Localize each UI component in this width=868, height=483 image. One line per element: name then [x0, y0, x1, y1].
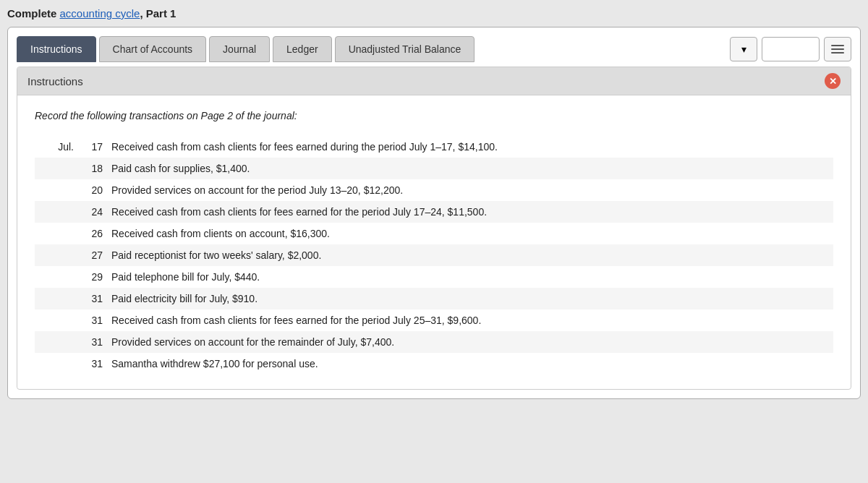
main-container: InstructionsChart of AccountsJournalLedg…: [7, 27, 861, 399]
table-row: Jul.17Received cash from cash clients fo…: [35, 136, 833, 158]
transaction-day: 29: [78, 266, 107, 288]
transaction-description: Provided services on account for the per…: [107, 179, 833, 201]
tab-controls: ▾: [730, 37, 851, 61]
tab-unadjusted-trial-balance[interactable]: Unadjusted Trial Balance: [335, 36, 475, 62]
transaction-description: Received cash from cash clients for fees…: [107, 309, 833, 331]
transaction-description: Paid electricity bill for July, $910.: [107, 288, 833, 309]
instructions-panel: Instructions ✕ Record the following tran…: [17, 67, 851, 390]
transaction-description: Samantha withdrew $27,100 for personal u…: [107, 353, 833, 375]
transaction-description: Paid telephone bill for July, $440.: [107, 266, 833, 288]
transaction-day: 18: [78, 158, 107, 179]
table-row: 31Received cash from cash clients for fe…: [35, 309, 833, 331]
transaction-month: Jul.: [35, 136, 78, 158]
instructions-panel-header: Instructions ✕: [17, 67, 851, 95]
transaction-month: [35, 201, 78, 223]
transaction-month: [35, 223, 78, 244]
transaction-day: 26: [78, 223, 107, 244]
transaction-description: Paid receptionist for two weeks' salary,…: [107, 244, 833, 266]
transaction-day: 31: [78, 309, 107, 331]
transaction-month: [35, 288, 78, 309]
transaction-month: [35, 266, 78, 288]
chevron-down-icon: ▾: [741, 43, 746, 55]
table-row: 27Paid receptionist for two weeks' salar…: [35, 244, 833, 266]
transaction-description: Received cash from clients on account, $…: [107, 223, 833, 244]
transaction-day: 24: [78, 201, 107, 223]
transaction-month: [35, 309, 78, 331]
transaction-description: Paid cash for supplies, $1,400.: [107, 158, 833, 179]
transaction-day: 31: [78, 331, 107, 353]
page-title: Complete accounting cycle, Part 1: [7, 7, 861, 20]
table-row: 20Provided services on account for the p…: [35, 179, 833, 201]
transaction-description: Received cash from cash clients for fees…: [107, 136, 833, 158]
tab-bar: InstructionsChart of AccountsJournalLedg…: [17, 36, 851, 62]
instructions-panel-title: Instructions: [27, 75, 83, 87]
table-row: 31Paid electricity bill for July, $910.: [35, 288, 833, 309]
transaction-month: [35, 244, 78, 266]
table-row: 24Received cash from cash clients for fe…: [35, 201, 833, 223]
transaction-month: [35, 179, 78, 201]
transaction-month: [35, 331, 78, 353]
table-row: 18Paid cash for supplies, $1,400.: [35, 158, 833, 179]
tab-journal[interactable]: Journal: [209, 36, 270, 62]
menu-button[interactable]: [824, 37, 851, 61]
instructions-body: Record the following transactions on Pag…: [17, 95, 851, 389]
accounting-cycle-link[interactable]: accounting cycle: [60, 7, 140, 20]
transaction-day: 31: [78, 288, 107, 309]
search-input[interactable]: [762, 37, 820, 61]
transaction-description: Provided services on account for the rem…: [107, 331, 833, 353]
tab-instructions[interactable]: Instructions: [17, 36, 96, 62]
table-row: 31Provided services on account for the r…: [35, 331, 833, 353]
tab-ledger[interactable]: Ledger: [273, 36, 332, 62]
dropdown-button[interactable]: ▾: [730, 37, 757, 61]
hamburger-icon: [831, 45, 844, 54]
transaction-day: 27: [78, 244, 107, 266]
transaction-month: [35, 353, 78, 375]
intro-text: Record the following transactions on Pag…: [35, 110, 833, 121]
close-button[interactable]: ✕: [825, 73, 841, 89]
transaction-day: 17: [78, 136, 107, 158]
transaction-month: [35, 158, 78, 179]
transaction-description: Received cash from cash clients for fees…: [107, 201, 833, 223]
transactions-table: Jul.17Received cash from cash clients fo…: [35, 136, 833, 375]
table-row: 26Received cash from clients on account,…: [35, 223, 833, 244]
transaction-day: 20: [78, 179, 107, 201]
tab-chart-of-accounts[interactable]: Chart of Accounts: [99, 36, 207, 62]
table-row: 29Paid telephone bill for July, $440.: [35, 266, 833, 288]
transaction-day: 31: [78, 353, 107, 375]
table-row: 31Samantha withdrew $27,100 for personal…: [35, 353, 833, 375]
